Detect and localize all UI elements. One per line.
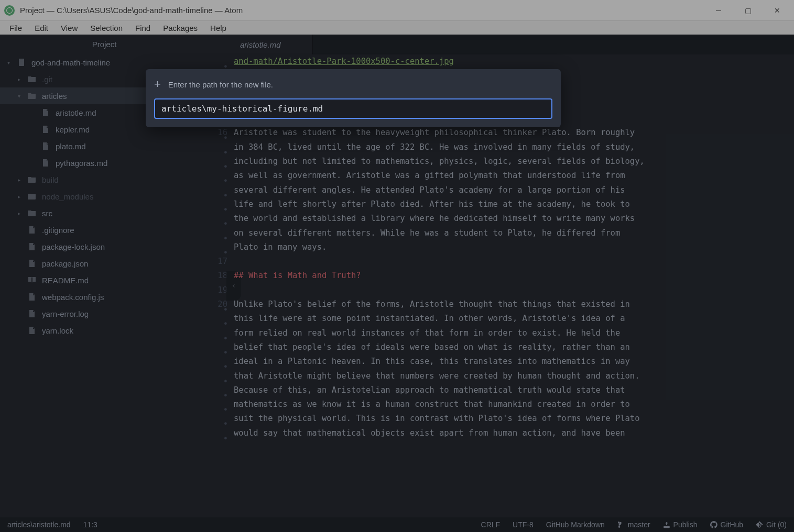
new-file-path-input[interactable] — [154, 98, 552, 119]
new-file-modal: + Enter the path for the new file. — [146, 69, 561, 127]
modal-prompt: Enter the path for the new file. — [168, 80, 273, 89]
plus-icon: + — [154, 77, 161, 91]
